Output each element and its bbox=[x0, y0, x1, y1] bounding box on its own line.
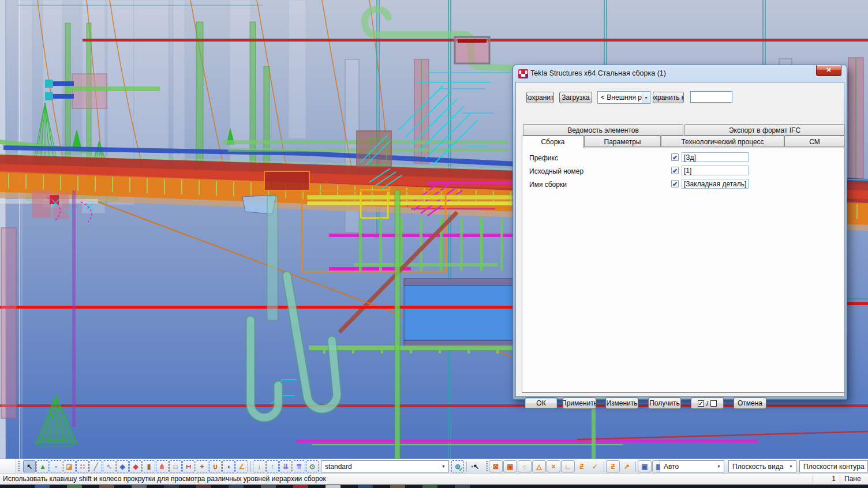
snap-reference-points-snap-icon: ⊠ bbox=[493, 463, 499, 471]
grid-down-switch[interactable]: ⇊ bbox=[279, 460, 292, 472]
select-views-switch[interactable]: ◪ bbox=[63, 460, 76, 472]
save-button[interactable]: Сохранить bbox=[526, 92, 554, 103]
snap-midpoint-snap-icon: △ bbox=[536, 463, 541, 471]
select-all-switch[interactable]: ↖ bbox=[23, 460, 36, 472]
field-input-1[interactable]: [1] bbox=[682, 166, 749, 175]
отмена-button[interactable]: Отмена bbox=[734, 397, 766, 409]
grid-up-switch[interactable]: ⇈ bbox=[293, 460, 305, 472]
snap-free-snap[interactable]: ✓ bbox=[589, 460, 601, 472]
toggle-all-checkboxes-button[interactable]: ✓ / bbox=[691, 397, 724, 409]
snap-geometry-points-snap[interactable]: ▣ bbox=[503, 460, 517, 472]
grid-down-switch-icon: ⇊ bbox=[283, 463, 289, 471]
snap-toolbar: ⊠▣○△×∟Ƶ✓Ƶ↗▣▦ bbox=[489, 460, 667, 472]
field-checkbox-2[interactable]: ✔ bbox=[671, 180, 679, 187]
select-rebar-switch-icon: ▮ bbox=[147, 463, 151, 471]
select-assembly-objects-switch[interactable]: ◈ bbox=[129, 460, 142, 472]
ortho-toggle[interactable]: ▣ bbox=[638, 460, 652, 472]
environment-check-button[interactable]: ⊕ ✓ bbox=[451, 460, 464, 472]
windows-taskbar-strip[interactable] bbox=[0, 485, 868, 488]
select-rebar-switch[interactable]: ▮ bbox=[143, 460, 155, 472]
save-as-name-input[interactable] bbox=[690, 91, 732, 103]
field-input-0[interactable]: [Зд] bbox=[682, 152, 749, 162]
select-weld-objects-switch[interactable]: ◖ bbox=[222, 460, 235, 472]
select-surfaces-switch[interactable]: ▪ bbox=[50, 460, 62, 472]
dialog-client-area: Сохранить Загрузка < Внешняя р▼ Сохранит… bbox=[515, 82, 844, 397]
depth-combo[interactable]: Авто▼ bbox=[660, 460, 724, 472]
select-grid-points-switch-icon: ∺ bbox=[186, 463, 192, 471]
select-components-switch[interactable]: ↖ bbox=[103, 460, 115, 472]
taskbar-icon-hint bbox=[326, 485, 341, 488]
environment-combo[interactable]: < Внешняя р▼ bbox=[597, 91, 650, 104]
select-grid-points-switch[interactable]: ∺ bbox=[182, 460, 195, 472]
taskbar-icon-hint bbox=[132, 485, 147, 488]
field-label-2: Имя сборки bbox=[529, 181, 567, 189]
close-button[interactable]: ✕ bbox=[816, 65, 841, 76]
tab-upper-0[interactable]: Ведомость элементов bbox=[523, 124, 683, 136]
изменить-button[interactable]: Изменить bbox=[605, 397, 638, 409]
ок-button[interactable]: ОК bbox=[525, 397, 558, 409]
field-checkbox-1[interactable]: ✔ bbox=[671, 167, 679, 174]
snap-direction-snap-icon: ↗ bbox=[624, 463, 630, 471]
select-points-switch[interactable]: ∷ bbox=[76, 460, 89, 472]
toolbar-separator bbox=[466, 461, 467, 472]
status-panel-label: Пане bbox=[844, 475, 868, 483]
select-parts-switch-icon: ▲ bbox=[39, 463, 46, 471]
chevron-down-icon[interactable]: ▼ bbox=[642, 92, 650, 103]
chevron-down-icon: ▼ bbox=[442, 464, 446, 468]
tab-сборка[interactable]: Сборка bbox=[522, 136, 584, 148]
select-weld-objects-switch-icon: ◖ bbox=[226, 463, 230, 471]
select-chamfers-switch[interactable]: ∠ bbox=[235, 460, 248, 472]
taskbar-icon-hint bbox=[229, 485, 244, 488]
toolbar-separator bbox=[635, 461, 636, 472]
move-down-hierarchy-switch[interactable]: ↓ bbox=[253, 460, 265, 472]
применить-button[interactable]: Применить bbox=[563, 397, 596, 409]
tab-см[interactable]: СМ bbox=[784, 136, 845, 147]
tab-upper-1[interactable]: Экспорт в формат IFC bbox=[684, 124, 845, 136]
grid-up-switch-icon: ⇈ bbox=[296, 463, 302, 471]
check-icon: ✓ bbox=[459, 466, 463, 472]
taskbar-icon-hint bbox=[358, 485, 373, 488]
load-button[interactable]: Загрузка bbox=[559, 92, 592, 103]
cursor-icon: ↖ bbox=[473, 463, 479, 471]
получить-button[interactable]: Получить bbox=[648, 397, 681, 409]
snap-reference-points-snap[interactable]: ⊠ bbox=[489, 460, 503, 472]
snap-extension-snap[interactable]: Ƶ bbox=[575, 460, 588, 472]
field-checkbox-0[interactable]: ✔ bbox=[671, 153, 679, 161]
tab-технологический-процесс[interactable]: Технологический процесс bbox=[661, 136, 784, 147]
taskbar-icon-hint bbox=[196, 485, 211, 488]
snap-center-snap-icon: ○ bbox=[522, 463, 526, 471]
taskbar-icon-hint bbox=[422, 485, 437, 488]
taskbar-icon-hint bbox=[261, 485, 276, 488]
save-as-button[interactable]: Сохранить как bbox=[653, 92, 684, 103]
snap-perpendicular-snap[interactable]: ∟ bbox=[561, 460, 575, 472]
select-single-bolts-switch[interactable]: ∪ bbox=[209, 460, 222, 472]
select-assemblies-switch[interactable]: ◈ bbox=[116, 460, 129, 472]
plane-combo[interactable]: Плоскость вида▼ bbox=[728, 460, 796, 472]
move-up-hierarchy-switch[interactable]: ↑ bbox=[266, 460, 279, 472]
snap-intersection-snap[interactable]: × bbox=[547, 460, 560, 472]
taskbar-icon-hint bbox=[164, 485, 179, 488]
snap-center-snap[interactable]: ○ bbox=[518, 460, 532, 472]
status-counter: 1 bbox=[815, 475, 836, 483]
style-combo[interactable]: standard▼ bbox=[321, 460, 449, 472]
select-lines-switch[interactable]: ╱ bbox=[89, 460, 102, 472]
history-switch[interactable]: ⊙ bbox=[306, 460, 319, 472]
snapbar-drag-handle[interactable] bbox=[486, 461, 488, 471]
select-bolt-groups-switch[interactable]: + bbox=[196, 460, 208, 472]
select-planes-switch[interactable]: □ bbox=[169, 460, 182, 472]
toolbar-separator bbox=[250, 461, 251, 472]
select-views-switch-icon: ◪ bbox=[66, 463, 72, 471]
tab-параметры[interactable]: Параметры bbox=[584, 136, 661, 147]
field-label-0: Префикс bbox=[529, 154, 558, 162]
switch-select-button[interactable]: ▪↖ bbox=[469, 460, 481, 472]
field-input-2[interactable]: [Закладная деталь] bbox=[682, 179, 749, 189]
toolbar-drag-handle[interactable] bbox=[18, 461, 20, 471]
taskbar-icon-hint bbox=[455, 485, 470, 488]
snap-midpoint-snap[interactable]: △ bbox=[532, 460, 546, 472]
snap-nearest-snap[interactable]: Ƶ bbox=[606, 460, 620, 472]
snap-direction-snap[interactable]: ↗ bbox=[620, 460, 633, 472]
contour-plane-combo[interactable]: Плоскости контура bbox=[799, 460, 868, 472]
toolbar-dock-end bbox=[0, 459, 16, 473]
select-parts-switch[interactable]: ▲ bbox=[36, 460, 49, 472]
select-welds-switch[interactable]: ⋔ bbox=[156, 460, 169, 472]
